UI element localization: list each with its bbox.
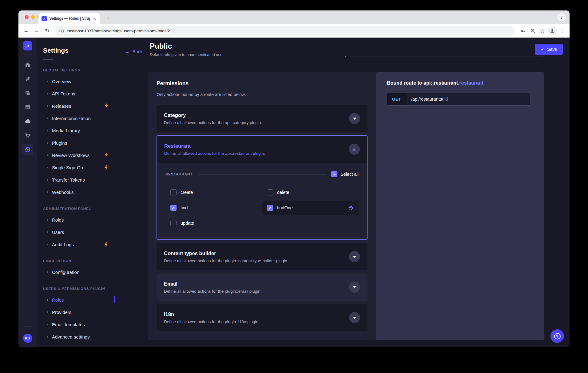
sidebar-item-admin-users[interactable]: Users xyxy=(37,226,115,238)
close-window-button[interactable] xyxy=(25,15,29,19)
expand-accordion-button[interactable] xyxy=(349,312,360,323)
delete-checkbox[interactable] xyxy=(267,189,273,195)
main-nav-rail: KD xyxy=(18,38,37,347)
content-manager-icon[interactable] xyxy=(22,73,33,84)
bullet-icon xyxy=(47,93,48,94)
sidebar-item-media-library[interactable]: Media Library xyxy=(37,124,115,137)
back-link[interactable]: ← Back xyxy=(125,49,142,55)
accordion-email[interactable]: Email Define all allowed actions for the… xyxy=(157,274,368,301)
marketplace-icon[interactable] xyxy=(22,130,33,141)
permission-settings-gear-icon[interactable] xyxy=(348,205,354,211)
sidebar-item-webhooks[interactable]: Webhooks xyxy=(37,186,115,198)
sidebar-item-up-roles[interactable]: Roles xyxy=(37,294,115,306)
create-checkbox[interactable] xyxy=(170,189,177,195)
sidebar-item-internationalization[interactable]: Internationalization xyxy=(37,112,115,124)
lightning-icon xyxy=(104,242,108,247)
browser-tab[interactable]: Settings — Roles | Strapi × xyxy=(38,13,100,24)
update-checkbox[interactable] xyxy=(170,220,177,226)
bullet-icon xyxy=(47,324,48,325)
tab-title: Settings — Roles | Strapi xyxy=(49,16,90,21)
minimize-window-button[interactable] xyxy=(31,15,35,19)
collapse-accordion-button[interactable] xyxy=(349,144,360,155)
sidebar-item-plugins[interactable]: Plugins xyxy=(37,137,115,149)
sidebar-item-single-sign-on[interactable]: Single Sign-On xyxy=(37,161,115,174)
select-all-checkbox[interactable] xyxy=(331,171,337,177)
expand-accordion-button[interactable] xyxy=(349,251,360,262)
settings-icon[interactable] xyxy=(22,144,33,155)
tab-search-chevron-icon[interactable]: ∨ xyxy=(557,13,566,21)
accordion-description: Define all allowed actions for the api::… xyxy=(164,151,265,156)
permission-find[interactable]: ✓ find xyxy=(165,201,262,215)
bullet-icon xyxy=(47,130,48,131)
sidebar-item-api-tokens[interactable]: API Tokens xyxy=(37,87,115,100)
content-type-builder-icon[interactable] xyxy=(22,102,33,113)
cloud-icon[interactable] xyxy=(22,116,33,127)
bullet-icon xyxy=(47,179,48,181)
home-icon[interactable] xyxy=(22,59,33,70)
accordion-category[interactable]: Category Define all allowed actions for … xyxy=(157,105,368,132)
new-tab-button[interactable]: + xyxy=(105,14,113,22)
sidebar-divider xyxy=(43,59,53,60)
lightning-icon xyxy=(104,153,108,158)
back-label: Back xyxy=(133,49,142,54)
bookmark-star-icon[interactable]: ☆ xyxy=(538,26,547,35)
route-path-input[interactable]: /api/restaurants/:id xyxy=(406,93,530,105)
user-avatar[interactable]: KD xyxy=(23,334,32,343)
site-info-icon[interactable]: i xyxy=(59,29,64,33)
accordion-content-types-builder[interactable]: Content types builder Define all allowed… xyxy=(157,243,368,270)
strapi-logo-icon[interactable] xyxy=(23,41,32,50)
sidebar-item-audit-logs[interactable]: Audit Logs xyxy=(37,238,115,251)
bullet-icon xyxy=(47,191,48,193)
zoom-page-icon[interactable] xyxy=(528,26,537,35)
sidebar-item-admin-roles[interactable]: Roles xyxy=(37,214,115,226)
accordion-description: Define all allowed actions for the api::… xyxy=(164,120,262,125)
sidebar-item-providers[interactable]: Providers xyxy=(37,306,115,318)
sidebar-item-email-templates[interactable]: Email templates xyxy=(37,318,115,331)
tab-close-icon[interactable]: × xyxy=(92,16,97,21)
media-library-icon[interactable] xyxy=(22,87,33,98)
select-all-control[interactable]: Select all xyxy=(331,171,359,177)
bullet-icon xyxy=(47,311,48,313)
accordion-title: Restaurant xyxy=(164,143,265,149)
permission-findone[interactable]: ✓ findOne xyxy=(262,201,359,215)
rail-bottom-divider xyxy=(23,327,32,327)
sidebar-item-advanced-settings[interactable]: Advanced settings xyxy=(37,331,115,343)
browser-window: Settings — Roles | Strapi × + ∨ ← → ↻ i … xyxy=(18,10,570,347)
help-button[interactable]: ? xyxy=(550,329,564,343)
find-checkbox[interactable]: ✓ xyxy=(170,205,177,211)
sidebar-item-transfer-tokens[interactable]: Transfer Tokens xyxy=(37,174,115,186)
permissions-panel: Permissions Only actions bound by a rout… xyxy=(148,72,376,340)
sidebar-item-email-configuration[interactable]: Configuration xyxy=(37,266,115,278)
accordion-title: i18n xyxy=(164,311,260,317)
findone-checkbox[interactable]: ✓ xyxy=(267,205,273,211)
bullet-icon xyxy=(47,142,48,144)
scrolled-input-bottom-edge[interactable] xyxy=(345,52,543,57)
rail-divider xyxy=(23,54,32,54)
url-text[interactable]: localhost:1337/admin/settings/users-perm… xyxy=(67,29,170,33)
browser-profile-avatar[interactable] xyxy=(548,26,557,35)
browser-forward-button[interactable]: → xyxy=(32,26,41,35)
expand-accordion-button[interactable] xyxy=(349,113,360,124)
restaurant-permissions-body: RESTAURANT Select all create xyxy=(157,163,367,239)
expand-accordion-button[interactable] xyxy=(349,282,360,293)
permission-create[interactable]: create xyxy=(165,185,262,199)
address-bar[interactable]: i localhost:1337/admin/settings/users-pe… xyxy=(55,26,515,36)
permissions-subtitle: Only actions bound by a route are listed… xyxy=(157,92,368,97)
route-field: GET /api/restaurants/:id xyxy=(387,93,531,106)
sidebar-item-review-workflows[interactable]: Review Workflows xyxy=(37,149,115,161)
accordion-description: Define all allowed actions for the plugi… xyxy=(164,259,288,263)
browser-back-button[interactable]: ← xyxy=(22,26,31,35)
bullet-icon xyxy=(47,336,48,338)
browser-menu-icon[interactable]: ⋮ xyxy=(558,26,566,35)
sidebar-item-overview[interactable]: Overview xyxy=(37,75,115,87)
browser-reload-button[interactable]: ↻ xyxy=(42,26,52,35)
sidebar-item-releases[interactable]: Releases xyxy=(37,100,115,112)
bullet-icon xyxy=(47,167,48,168)
password-manager-icon[interactable] xyxy=(518,26,527,35)
bullet-icon xyxy=(47,271,48,273)
accordion-i18n[interactable]: i18n Define all allowed actions for the … xyxy=(157,304,368,331)
permission-delete[interactable]: delete xyxy=(262,185,359,199)
accordion-restaurant-header[interactable]: Restaurant Define all allowed actions fo… xyxy=(157,136,367,163)
permission-update[interactable]: update xyxy=(165,216,262,230)
indeterminate-icon xyxy=(333,174,336,174)
